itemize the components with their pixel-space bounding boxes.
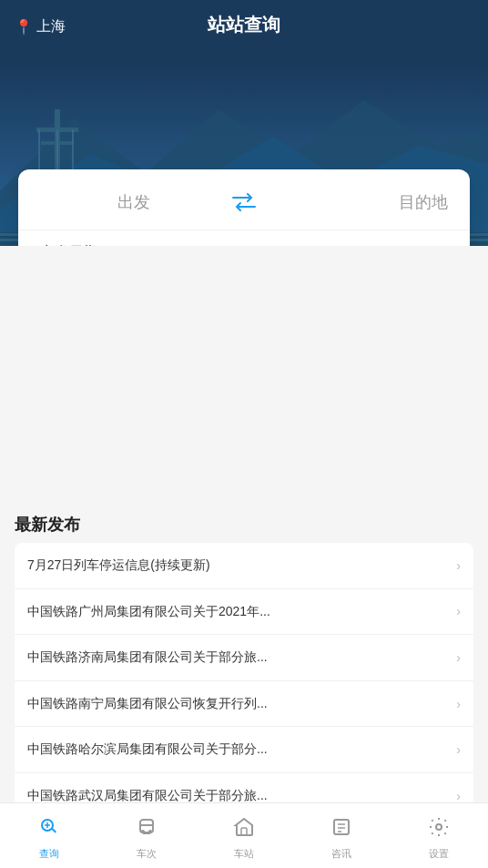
news-item[interactable]: 中国铁路哈尔滨局集团有限公司关于部分...› [15,727,473,773]
date-label: 出发日期 [40,243,113,246]
svg-point-34 [436,824,442,830]
news-text: 中国铁路广州局集团有限公司关于2021年... [27,603,449,621]
nav-item-查询[interactable]: 查询 [0,811,97,861]
news-item[interactable]: 中国铁路济南局集团有限公司关于部分旅...› [15,635,473,681]
date-value: 2021-07-28 [113,245,188,247]
location-icon: 📍 [15,18,33,36]
chevron-icon: › [456,558,461,573]
news-text: 中国铁路济南局集团有限公司关于部分旅... [27,648,449,667]
nav-item-咨讯[interactable]: 咨讯 [293,811,391,861]
page-title: 站站查询 [208,13,280,37]
nav-label-查询: 查询 [39,847,59,861]
nav-icon-咨讯 [330,816,352,843]
bottom-nav: 查询 车次 车站 咨讯 设置 [0,802,488,868]
swap-button[interactable] [228,186,260,219]
nav-label-车次: 车次 [137,847,157,861]
news-text: 中国铁路哈尔滨局集团有限公司关于部分... [27,740,449,759]
svg-rect-23 [51,828,56,833]
status-bar: 📍 上海 站站查询 [0,0,488,44]
station-row: 出发 目的地 [18,169,470,230]
nav-icon-车次 [136,816,158,843]
news-item[interactable]: 中国铁路南宁局集团有限公司恢复开行列...› [15,681,473,728]
nav-item-设置[interactable]: 设置 [391,811,488,861]
nav-label-车站: 车站 [234,847,254,861]
nav-icon-查询 [38,816,60,843]
nav-icon-车站 [233,816,255,843]
nav-item-车次[interactable]: 车次 [97,811,195,861]
news-item[interactable]: 中国铁路广州局集团有限公司关于2021年...› [15,589,473,636]
news-item[interactable]: 7月27日列车停运信息(持续更新)› [15,543,473,589]
news-text: 中国铁路南宁局集团有限公司恢复开行列... [27,695,449,713]
nav-icon-设置 [428,816,450,843]
location-label[interactable]: 📍 上海 [15,17,66,36]
chevron-icon: › [456,650,461,665]
nav-label-咨讯: 咨讯 [331,847,351,861]
chevron-icon: › [456,697,461,711]
date-row[interactable]: 出发日期 2021-07-28 [18,230,470,246]
chevron-icon: › [456,742,461,757]
news-text: 7月27日列车停运信息(持续更新) [27,557,449,575]
chevron-icon: › [456,789,461,803]
chevron-icon: › [456,604,461,618]
svg-rect-29 [241,828,247,835]
nav-label-设置: 设置 [429,847,449,861]
search-card: 出发 目的地 出发日期 2021-07-28 只看高铁 查询 [18,169,470,246]
section-title: 最新发布 [15,510,473,536]
destination-button[interactable]: 目的地 [260,191,448,213]
header: 📍 上海 站站查询 [0,0,488,246]
location-text: 上海 [36,17,66,36]
nav-item-车站[interactable]: 车站 [195,811,292,861]
departure-button[interactable]: 出发 [40,191,228,213]
